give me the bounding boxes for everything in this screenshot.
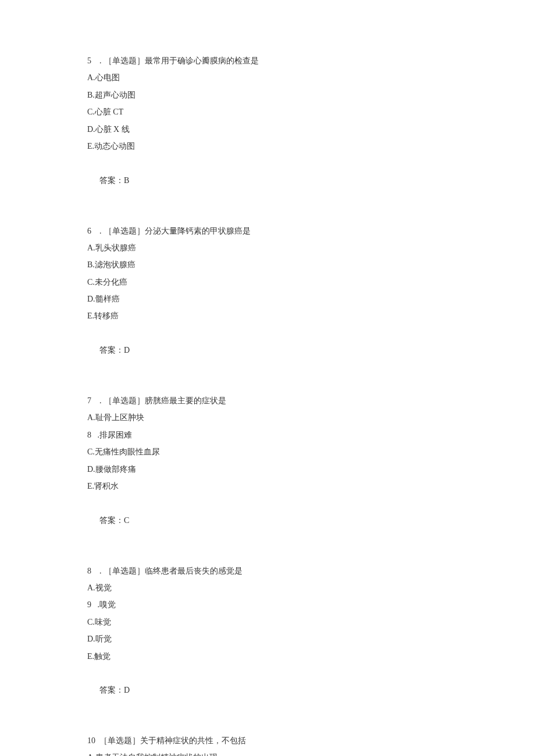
option-d: D.心脏 X 线	[87, 121, 448, 138]
option-c: C.味觉	[87, 614, 448, 630]
question-block-10: 10 ［单选题］ 关于精神症状的共性，不包括 A.患者无法自我控制精神症状的出现…	[87, 732, 448, 756]
question-header: 7 . ［单选题］ 膀胱癌最主要的症状是	[87, 392, 448, 409]
answer-label: 答案：	[99, 176, 124, 185]
option-a: A.心电图	[87, 69, 448, 86]
option-d: D.腰做部疼痛	[87, 461, 448, 478]
answer-label: 答案：	[99, 346, 124, 354]
question-number: 7	[87, 392, 99, 409]
question-dot: .	[99, 52, 102, 69]
question-block-6: 6 . ［单选题］ 分泌大量降钙素的甲状腺癌是 A.乳头状腺癌 B.滤泡状腺癌 …	[87, 223, 448, 377]
question-stem: 膀胱癌最主要的症状是	[145, 392, 226, 409]
option-d: D.髓样癌	[87, 291, 448, 307]
question-block-8: 8 . ［单选题］ 临终患者最后丧失的感觉是 A.视觉 9 .嗅觉 C.味觉 D…	[87, 562, 448, 716]
question-stem: 临终患者最后丧失的感觉是	[145, 562, 242, 579]
option-a: A.患者无法自我控制精神症状的出现	[87, 749, 448, 756]
option-e: E.触觉	[87, 648, 448, 665]
option-a: A.耻骨上区肿块	[87, 409, 448, 426]
question-stem: 最常用于确诊心瓣膜病的检查是	[145, 52, 259, 69]
question-header: 5 . ［单选题］ 最常用于确诊心瓣膜病的检查是	[87, 52, 448, 69]
option-c: C.无痛性肉眼性血尿	[87, 443, 448, 460]
question-number: 10	[87, 732, 99, 749]
answer-line: 答案：D	[87, 325, 448, 376]
answer-line: 答案：C	[87, 495, 448, 546]
option-b: 8 .排尿困难	[87, 427, 448, 443]
question-stem: 关于精神症状的共性，不包括	[140, 732, 246, 749]
question-tag: ［单选题］	[104, 52, 145, 69]
option-b: B.滤泡状腺癌	[87, 256, 448, 273]
question-tag: ［单选题］	[104, 562, 145, 579]
question-number: 6	[87, 223, 99, 239]
question-header: 10 ［单选题］ 关于精神症状的共性，不包括	[87, 732, 448, 749]
option-e: E.转移癌	[87, 307, 448, 324]
option-e: E.肾积水	[87, 478, 448, 495]
question-header: 6 . ［单选题］ 分泌大量降钙素的甲状腺癌是	[87, 223, 448, 239]
answer-line: 答案：B	[87, 155, 448, 206]
question-block-5: 5 . ［单选题］ 最常用于确诊心瓣膜病的检查是 A.心电图 B.超声心动图 C…	[87, 52, 448, 206]
option-a: A.乳头状腺癌	[87, 239, 448, 256]
question-tag: ［单选题］	[99, 732, 140, 749]
answer-line: 答案：D	[87, 665, 448, 716]
answer-label: 答案：	[99, 516, 124, 525]
answer-value: B	[124, 176, 129, 185]
answer-value: C	[124, 516, 129, 525]
option-d: D.听觉	[87, 630, 448, 647]
question-dot: .	[99, 392, 102, 409]
answer-value: D	[124, 346, 130, 354]
question-tag: ［单选题］	[104, 392, 145, 409]
option-e: E.动态心动图	[87, 138, 448, 155]
option-b: B.超声心动图	[87, 87, 448, 103]
question-header: 8 . ［单选题］ 临终患者最后丧失的感觉是	[87, 562, 448, 579]
option-b: 9 .嗅觉	[87, 596, 448, 613]
option-c: C.未分化癌	[87, 274, 448, 291]
question-dot: .	[99, 562, 102, 579]
question-number: 5	[87, 52, 99, 69]
question-tag: ［单选题］	[104, 223, 145, 239]
question-number: 8	[87, 562, 99, 579]
option-a: A.视觉	[87, 579, 448, 596]
question-stem: 分泌大量降钙素的甲状腺癌是	[145, 223, 251, 239]
question-block-7: 7 . ［单选题］ 膀胱癌最主要的症状是 A.耻骨上区肿块 8 .排尿困难 C.…	[87, 392, 448, 546]
question-dot: .	[99, 223, 102, 239]
document-page: 5 . ［单选题］ 最常用于确诊心瓣膜病的检查是 A.心电图 B.超声心动图 C…	[0, 0, 535, 756]
answer-label: 答案：	[99, 686, 124, 694]
answer-value: D	[124, 686, 130, 694]
option-c: C.心脏 CT	[87, 103, 448, 120]
